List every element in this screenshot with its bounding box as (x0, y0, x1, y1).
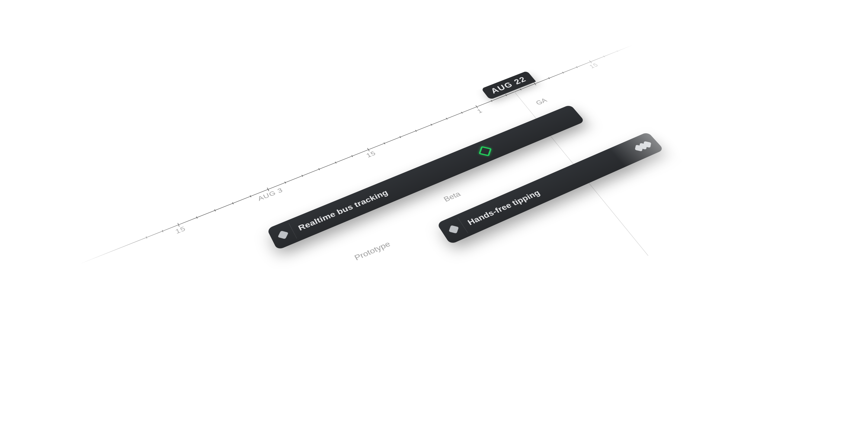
axis-tick (335, 162, 337, 163)
axis-tick (146, 236, 147, 238)
milestone-label[interactable]: GA (534, 97, 549, 106)
axis-tick (415, 130, 416, 132)
today-marker-line[interactable] (514, 92, 669, 281)
bar-title: Realtime bus tracking (297, 188, 389, 232)
axis-tick (267, 188, 269, 191)
timeline-scene: 15AUG 315115 AUG 22 Realtime bus trackin… (74, 34, 777, 439)
axis-tick (461, 112, 463, 114)
axis-tick (367, 148, 370, 151)
axis-tick (162, 230, 163, 232)
axis-tick (250, 195, 251, 198)
axis-tick (302, 175, 303, 177)
axis-tick (431, 124, 432, 126)
milestone-diamond-icon (639, 143, 647, 149)
axis-tick-label: AUG 3 (257, 187, 284, 202)
axis-tick (533, 82, 536, 86)
axis-tick (520, 89, 521, 90)
axis-tick (491, 100, 492, 102)
axis-tick (383, 142, 385, 144)
milestone-label[interactable]: Beta (442, 190, 462, 204)
today-date-tag[interactable]: AUG 22 (481, 71, 536, 100)
axis-tick-label: 15 (365, 149, 377, 159)
axis-tick (351, 155, 353, 157)
milestone-label[interactable]: Prototype (353, 240, 392, 262)
axis-tick (505, 94, 507, 96)
milestone-diamond-icon (448, 225, 459, 234)
axis-tick-label: 15 (588, 62, 600, 70)
axis-tick-label: 1 (476, 108, 484, 114)
milestone-diamond-icon (635, 145, 643, 151)
axis-tick (214, 209, 216, 211)
axis-tick (446, 118, 447, 120)
milestone-diamond-icon (643, 141, 651, 148)
bar-divider (457, 217, 468, 233)
timeline-axis: 15AUG 315115 (80, 45, 641, 277)
timeline-bar-handsfree[interactable]: Hands-free tipping (436, 132, 664, 244)
axis-tick (603, 56, 605, 57)
axis-tick (318, 168, 320, 170)
axis-tick (576, 66, 578, 68)
axis-tick (196, 216, 197, 219)
axis-tick (589, 61, 592, 63)
milestone-group-icon (634, 141, 652, 152)
bar-divider (289, 223, 297, 239)
axis-tick (562, 72, 564, 73)
timeline-bar-realtime[interactable]: Realtime bus tracking (267, 105, 585, 250)
axis-tick (548, 77, 550, 79)
axis-tick (400, 136, 401, 138)
axis-tick (475, 105, 478, 108)
bar-title: Hands-free tipping (466, 188, 542, 227)
stage: 15AUG 315115 AUG 22 Realtime bus trackin… (0, 0, 868, 439)
axis-tick-label: 15 (174, 225, 187, 235)
milestone-diamond-active-icon (479, 146, 492, 156)
axis-tick (617, 50, 618, 52)
axis-tick (284, 181, 286, 183)
axis-tick (232, 202, 234, 204)
milestone-diamond-icon (278, 231, 289, 239)
axis-tick (177, 223, 180, 227)
fade-mask: 15AUG 315115 AUG 22 Realtime bus trackin… (74, 34, 777, 439)
